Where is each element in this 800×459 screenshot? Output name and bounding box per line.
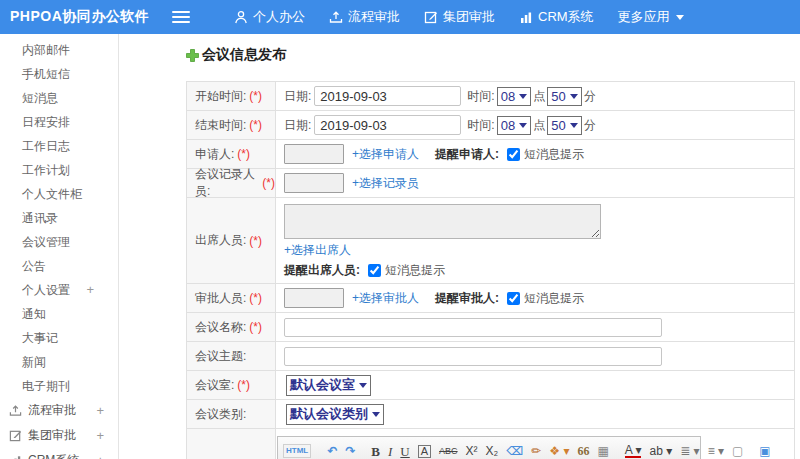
sidebar-item-personal-settings[interactable]: 个人设置 +: [0, 278, 118, 302]
select-applicant-link[interactable]: +选择申请人: [352, 146, 419, 163]
attendees-textarea[interactable]: [284, 204, 601, 239]
form-row-start-time: 开始时间:(*) 日期: 时间: 08 点 50 分: [187, 82, 794, 111]
editor-toolbar: HTML ↶ ↷ B I U A ABC X² X₂ ⌫ ✏: [277, 436, 701, 459]
nav-label: 流程审批: [348, 8, 400, 26]
expand-plus-icon[interactable]: +: [96, 423, 104, 448]
nav-personal-office[interactable]: 个人办公: [234, 8, 305, 26]
font-color-button[interactable]: A ▾: [625, 444, 642, 458]
subscript-button[interactable]: X₂: [486, 445, 499, 457]
sidebar-item-internal-mail[interactable]: 内部邮件: [0, 38, 118, 62]
expand-plus-icon[interactable]: +: [96, 398, 104, 423]
font-style-button[interactable]: A: [418, 445, 431, 458]
superscript-button[interactable]: X²: [466, 445, 478, 457]
minute-unit: 分: [584, 117, 596, 134]
sidebar-group-process-approval[interactable]: 流程审批 +: [0, 398, 118, 423]
start-minute-select[interactable]: 50: [547, 87, 581, 106]
new-page-button[interactable]: ▢: [732, 445, 743, 457]
format-brush-button[interactable]: ✏: [531, 445, 541, 457]
recorder-input[interactable]: [284, 173, 344, 193]
expand-plus-icon[interactable]: +: [86, 278, 94, 302]
required-mark: (*): [249, 320, 262, 334]
upload-tray-icon: [9, 404, 22, 417]
hamburger-menu-icon[interactable]: [172, 11, 190, 23]
field-label: 会议类别:: [195, 406, 246, 423]
end-date-input[interactable]: [314, 115, 461, 135]
start-hour-select[interactable]: 08: [497, 87, 531, 106]
sidebar-item-memorabilia[interactable]: 大事记: [0, 326, 118, 350]
bold-button[interactable]: B: [371, 445, 380, 458]
undo-button[interactable]: ↶: [327, 445, 337, 457]
sidebar-item-contacts[interactable]: 通讯录: [0, 206, 118, 230]
fullscreen-button[interactable]: ▣: [759, 445, 770, 457]
sidebar: 内部邮件 手机短信 短消息 日程安排 工作日志 工作计划 个人文件柜 通讯录 会…: [0, 34, 119, 459]
sms-checkbox[interactable]: [368, 264, 381, 277]
field-label: 会议记录人员:: [195, 166, 259, 200]
end-minute-select[interactable]: 50: [547, 116, 581, 135]
html-source-button[interactable]: HTML: [283, 444, 311, 458]
sidebar-item-work-plan[interactable]: 工作计划: [0, 158, 118, 182]
sidebar-item-news[interactable]: 新闻: [0, 350, 118, 374]
sidebar-group-group-approval[interactable]: 集团审批 +: [0, 423, 118, 448]
eraser-button[interactable]: ⌫: [506, 445, 523, 457]
sidebar-item-label: 工作计划: [22, 163, 70, 177]
select-attendees-link[interactable]: +选择出席人: [284, 242, 351, 259]
italic-button[interactable]: I: [388, 445, 392, 458]
time-label: 时间:: [467, 117, 494, 134]
strikethrough-button[interactable]: ABC: [439, 447, 458, 456]
sms-checkbox[interactable]: [507, 148, 520, 161]
sidebar-item-short-message[interactable]: 短消息: [0, 86, 118, 110]
meeting-topic-input[interactable]: [284, 347, 662, 366]
sidebar-item-file-cabinet[interactable]: 个人文件柜: [0, 182, 118, 206]
field-label: 出席人员:: [195, 232, 246, 249]
highlight-color-button[interactable]: ab ▾: [649, 445, 672, 457]
color-palette-button[interactable]: ❖ ▾: [549, 445, 569, 457]
meeting-name-input[interactable]: [284, 318, 662, 337]
sms-checkbox[interactable]: [507, 292, 520, 305]
redo-button[interactable]: ↷: [345, 445, 355, 457]
nav-group-approval[interactable]: 集团审批: [424, 8, 495, 26]
unordered-list-button[interactable]: ≡ ▾: [708, 445, 724, 457]
sidebar-item-mobile-sms[interactable]: 手机短信: [0, 62, 118, 86]
required-mark: (*): [262, 176, 275, 190]
paste-table-button[interactable]: ▦: [597, 445, 608, 457]
sidebar-item-meeting-management[interactable]: 会议管理: [0, 230, 118, 254]
required-mark: (*): [237, 147, 250, 161]
sidebar-item-schedule[interactable]: 日程安排: [0, 110, 118, 134]
select-recorder-link[interactable]: +选择记录员: [352, 175, 419, 192]
nav-more-apps[interactable]: 更多应用: [618, 8, 684, 26]
sidebar-item-notice[interactable]: 通知: [0, 302, 118, 326]
start-date-input[interactable]: [314, 86, 461, 106]
sidebar-item-e-journal[interactable]: 电子期刊: [0, 374, 118, 398]
main-content: 会议信息发布 开始时间:(*) 日期: 时间: 08 点 50 分 结束时间:(…: [120, 34, 800, 459]
expand-plus-icon[interactable]: +: [96, 448, 104, 459]
bar-chart-icon: [519, 10, 533, 24]
blockquote-button[interactable]: 66: [577, 445, 589, 457]
sidebar-item-label: 个人设置: [22, 283, 70, 297]
form-row-recorder: 会议记录人员:(*) +选择记录员: [187, 169, 794, 198]
chevron-down-icon: [570, 94, 578, 99]
applicant-input[interactable]: [284, 144, 344, 164]
sidebar-item-announcement[interactable]: 公告: [0, 254, 118, 278]
caret-down-icon: [676, 15, 684, 20]
form-row-attendees: 出席人员:(*) +选择出席人 提醒出席人员: 短消息提示: [187, 198, 794, 284]
select-approver-link[interactable]: +选择审批人: [352, 290, 419, 307]
sidebar-group-crm-system[interactable]: CRM系统 +: [0, 448, 118, 459]
meeting-room-select[interactable]: 默认会议室: [286, 375, 371, 396]
nav-crm-system[interactable]: CRM系统: [519, 8, 594, 26]
chevron-down-icon: [519, 94, 527, 99]
time-label: 时间:: [467, 88, 494, 105]
sidebar-group-label: 集团审批: [28, 428, 76, 442]
sidebar-item-label: 通讯录: [22, 211, 58, 225]
underline-button[interactable]: U: [400, 445, 409, 458]
ordered-list-button[interactable]: ≣ ▾: [680, 445, 699, 457]
remind-attendees-label: 提醒出席人员:: [284, 262, 360, 279]
nav-process-approval[interactable]: 流程审批: [329, 8, 400, 26]
end-hour-select[interactable]: 08: [497, 116, 531, 135]
meeting-type-select[interactable]: 默认会议类别: [286, 404, 384, 425]
sidebar-item-label: 个人文件柜: [22, 187, 82, 201]
approver-input[interactable]: [284, 288, 344, 308]
form-row-end-time: 结束时间:(*) 日期: 时间: 08 点 50 分: [187, 111, 794, 140]
date-label: 日期:: [284, 88, 311, 105]
sidebar-item-work-log[interactable]: 工作日志: [0, 134, 118, 158]
sidebar-item-label: 通知: [22, 307, 46, 321]
